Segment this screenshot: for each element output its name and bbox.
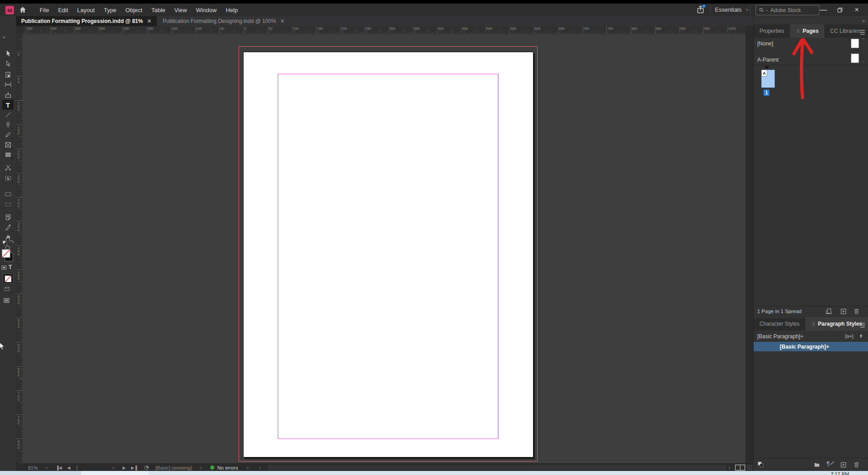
lightning-icon[interactable] [858, 333, 864, 339]
rectangle-tool[interactable] [2, 150, 14, 160]
ruler-origin-box[interactable] [16, 26, 23, 35]
chevron-down-icon[interactable] [44, 466, 49, 470]
create-new-style-icon[interactable] [840, 462, 847, 468]
style-group-icon[interactable] [757, 461, 764, 468]
restore-button[interactable] [832, 4, 847, 16]
pen-tool[interactable] [2, 120, 14, 130]
spread-view-icon[interactable] [735, 465, 745, 471]
type-tool[interactable]: T [2, 100, 14, 110]
menu-type[interactable]: Type [99, 4, 121, 16]
spread-triangle-icon[interactable] [764, 66, 769, 69]
formatting-affects-text-icon[interactable]: T [9, 264, 12, 270]
tab-character-styles[interactable]: Character Styles [754, 317, 805, 331]
pencil-tool[interactable] [2, 130, 14, 139]
page-number-field[interactable]: 1 [76, 465, 111, 471]
panel-menu-icon[interactable]: ☰ [859, 29, 865, 36]
edit-page-size-icon[interactable] [825, 308, 832, 315]
menu-object[interactable]: Object [121, 4, 147, 16]
eyedropper-tool[interactable] [2, 223, 14, 233]
style-row[interactable]: [Basic Paragraph]+ [a+] [754, 332, 868, 341]
menu-layout[interactable]: Layout [72, 4, 99, 16]
delete-style-icon[interactable] [853, 461, 860, 468]
preflight-profile[interactable]: [Basic] (working) [156, 465, 192, 471]
vertical-scrollbar[interactable] [746, 26, 754, 463]
document-tab-2[interactable]: Publication Formatting Designing.indd @ … [157, 16, 290, 26]
menu-view[interactable]: View [170, 4, 191, 16]
free-transform-tool[interactable] [2, 173, 14, 183]
previous-page-button[interactable]: ◀ [67, 466, 70, 470]
close-button[interactable]: × [849, 4, 864, 16]
frame-tool[interactable] [2, 140, 14, 150]
apply-gradient-button[interactable] [3, 286, 12, 293]
direct-selection-tool[interactable] [2, 59, 14, 69]
chevron-down-icon[interactable] [199, 466, 203, 470]
document-tab-1[interactable]: Publication Formatting Progession.indd @… [16, 16, 157, 26]
content-collector-tool[interactable] [2, 90, 14, 100]
ruler-label: 400 [17, 246, 20, 256]
home-icon[interactable] [19, 6, 27, 13]
ruler-tick [655, 26, 656, 34]
tab-paragraph-styles[interactable]: Paragraph Styles [805, 317, 868, 331]
master-none-label[interactable]: [None] [757, 40, 773, 47]
resize-grip[interactable] [747, 465, 753, 471]
scroll-right-icon[interactable] [727, 466, 732, 470]
selection-tool[interactable] [2, 49, 14, 58]
ruler-label: 100 [17, 102, 20, 111]
adobe-stock-search[interactable]: Adobe Stock [755, 5, 819, 15]
last-page-button[interactable]: ▶▐ [131, 466, 137, 470]
close-tab-icon[interactable]: ✕ [280, 18, 285, 24]
rotation-icon[interactable] [144, 465, 149, 471]
horizontal-scrollbar[interactable] [268, 465, 726, 470]
minimize-button[interactable]: — [816, 4, 831, 16]
note-tool[interactable] [2, 212, 14, 222]
scroll-down-icon[interactable]: ⌃ [862, 60, 865, 65]
ruler-tick [16, 148, 23, 149]
tab-pages[interactable]: Pages [790, 24, 824, 38]
ruler-label: 650 [559, 27, 565, 31]
menu-help[interactable]: Help [221, 4, 242, 16]
chevron-down-icon[interactable] [111, 466, 115, 470]
menu-file[interactable]: File [35, 4, 54, 16]
create-new-page-icon[interactable] [840, 308, 847, 315]
gradient-swatch-tool[interactable] [2, 189, 14, 199]
master-none-thumbnail[interactable] [851, 39, 859, 48]
page-1-thumbnail[interactable]: A [761, 70, 775, 88]
master-a-parent-thumbnail[interactable] [851, 54, 859, 63]
workspace-switcher[interactable]: Essentials [715, 6, 750, 13]
scissors-tool[interactable] [2, 162, 14, 172]
menu-window[interactable]: Window [191, 4, 221, 16]
styles-panel-menu-icon[interactable]: ☰ [859, 322, 865, 329]
apply-none-button[interactable] [3, 273, 14, 284]
gap-tool[interactable] [2, 80, 14, 90]
line-tool[interactable] [2, 110, 14, 120]
menu-edit[interactable]: Edit [54, 4, 72, 16]
zoom-level-value[interactable]: 81% [28, 465, 38, 471]
double-chevron-right-icon[interactable]: » [3, 34, 5, 40]
close-tab-icon[interactable]: ✕ [147, 18, 151, 24]
character-style-new-icon[interactable]: [a+] [845, 333, 854, 339]
screen-mode-button[interactable] [3, 297, 13, 305]
swap-fill-stroke-icon[interactable] [9, 239, 14, 245]
gradient-feather-tool[interactable] [2, 200, 14, 210]
fill-stroke-mini-icon[interactable] [2, 240, 8, 246]
clear-overrides-icon[interactable]: ¶ [827, 460, 830, 467]
menu-table[interactable]: Table [147, 4, 170, 16]
delete-page-icon[interactable] [853, 308, 860, 315]
master-a-parent-label[interactable]: A-Parent [757, 57, 778, 63]
page-tool[interactable] [2, 70, 14, 80]
ruler-label: 250 [366, 27, 371, 31]
formatting-affects-container-icon[interactable] [1, 264, 7, 271]
next-page-button[interactable]: ▶ [122, 466, 126, 470]
fill-swatch[interactable] [2, 249, 10, 258]
page-number-badge[interactable]: 1 [764, 90, 769, 96]
style-row-selected[interactable]: [Basic Paragraph]+ [754, 342, 868, 351]
folder-icon[interactable] [814, 462, 820, 468]
scroll-left-icon[interactable] [258, 466, 262, 470]
errors-label[interactable]: No errors [217, 465, 238, 471]
double-chevron-right-icon[interactable]: » [862, 18, 865, 23]
scroll-up-icon[interactable]: ⌃ [862, 38, 865, 42]
tab-properties[interactable]: Properties [754, 24, 790, 38]
chevron-down-icon[interactable] [245, 466, 250, 470]
first-page-button[interactable]: ▐◀ [56, 466, 62, 470]
ruler-tick [16, 269, 23, 270]
